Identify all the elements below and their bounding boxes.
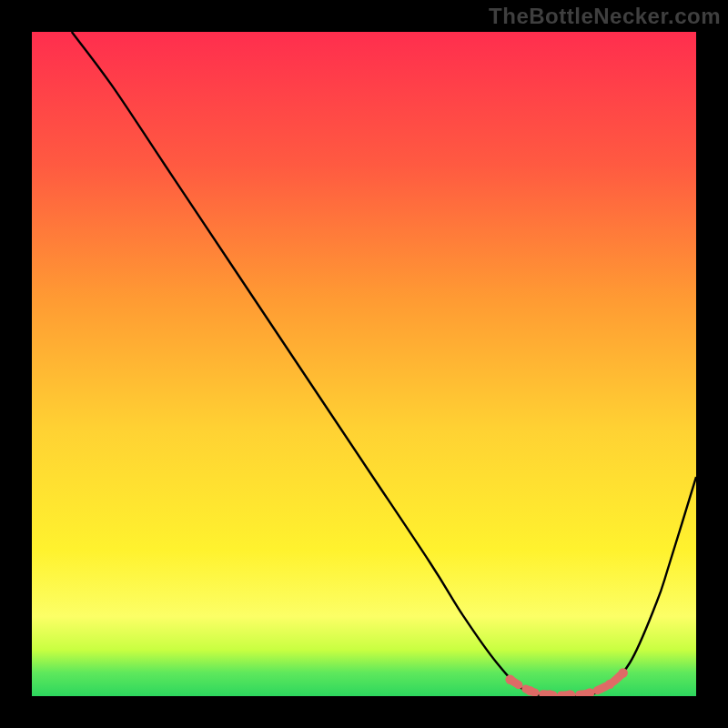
watermark-text: TheBottleNecker.com: [489, 4, 721, 29]
plot-svg: [32, 32, 696, 696]
background-gradient: [32, 32, 696, 696]
highlight-dot: [605, 680, 614, 689]
plot-area: [32, 32, 696, 696]
chart-frame: TheBottleNecker.com: [0, 0, 728, 728]
highlight-dot: [505, 675, 514, 684]
highlight-dot: [619, 668, 628, 677]
highlight-dot: [525, 686, 534, 695]
